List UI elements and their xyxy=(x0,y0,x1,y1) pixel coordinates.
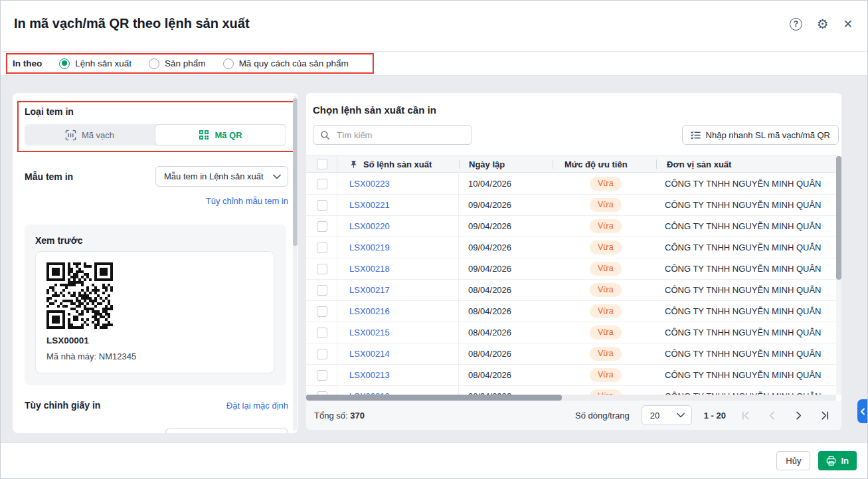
priority-badge: Vừa xyxy=(590,326,622,339)
print-button[interactable]: In xyxy=(818,451,857,470)
row-checkbox[interactable] xyxy=(317,179,327,189)
printer-icon xyxy=(826,456,836,466)
table-footer: Tổng số: 370 Số dòng/trang 20 1 - 20 xyxy=(306,401,841,430)
row-checkbox[interactable] xyxy=(317,200,327,211)
radio-icon[interactable] xyxy=(223,58,234,69)
radio-label: Mã quy cách của sản phẩm xyxy=(239,58,349,68)
row-checkbox[interactable] xyxy=(317,306,327,317)
print-by-radio-2[interactable]: Mã quy cách của sản phẩm xyxy=(223,58,349,69)
close-icon[interactable]: ✕ xyxy=(843,17,853,31)
total-count: Tổng số: 370 xyxy=(314,411,365,421)
toggle-barcode[interactable]: Mã vạch xyxy=(25,124,155,145)
priority-badge: Vừa xyxy=(590,347,622,361)
rows-per-page-select[interactable]: 20 xyxy=(642,405,692,425)
rows-per-page-value: 20 xyxy=(650,411,659,421)
quick-quantity-button[interactable]: Nhập nhanh SL mã vạch/mã QR xyxy=(682,125,839,145)
order-date: 10/04/2026 xyxy=(459,179,552,189)
row-checkbox[interactable] xyxy=(317,328,327,338)
horizontal-scrollbar[interactable] xyxy=(306,395,836,401)
row-checkbox[interactable] xyxy=(317,349,327,359)
priority-badge: Vừa xyxy=(590,304,622,318)
radio-icon[interactable] xyxy=(149,58,159,69)
print-by-highlight-box: In theo Lệnh sản xuấtSản phẩmMã quy cách… xyxy=(6,53,374,74)
collapse-panel-tab[interactable] xyxy=(857,399,867,423)
row-checkbox[interactable] xyxy=(317,370,327,381)
page-title: In mã vạch/mã QR theo lệnh sản xuất xyxy=(14,16,250,31)
table-row: LSX00213 08/04/2026 Vừa CÔNG TY TNHH NGU… xyxy=(306,365,836,386)
row-checkbox[interactable] xyxy=(317,264,327,274)
order-unit: CÔNG TY TNHH NGUYỄN MINH QUÂN xyxy=(655,285,836,295)
table-row: LSX00215 08/04/2026 Vừa CÔNG TY TNHH NGU… xyxy=(306,322,836,343)
column-header-date[interactable]: Ngày lập xyxy=(460,159,553,169)
order-code-link[interactable]: LSX00220 xyxy=(349,221,390,231)
order-date: 08/04/2026 xyxy=(459,370,552,380)
table-row: LSX00220 09/04/2026 Vừa CÔNG TY TNHH NGU… xyxy=(306,216,836,237)
order-date: 09/04/2026 xyxy=(459,264,552,274)
order-unit: CÔNG TY TNHH NGUYỄN MINH QUÂN xyxy=(655,306,836,316)
order-date: 08/04/2026 xyxy=(459,285,552,295)
order-date: 08/04/2026 xyxy=(459,306,552,316)
template-label: Mẫu tem in xyxy=(25,171,73,182)
last-page-button[interactable] xyxy=(818,408,832,423)
order-date: 09/04/2026 xyxy=(459,242,552,252)
print-by-options: Lệnh sản xuấtSản phẩmMã quy cách của sản… xyxy=(59,58,348,69)
total-value: 370 xyxy=(350,411,365,421)
first-page-button[interactable] xyxy=(738,408,752,423)
chevron-down-icon xyxy=(677,413,685,418)
priority-badge: Vừa xyxy=(590,368,622,382)
order-unit: CÔNG TY TNHH NGUYỄN MINH QUÂN xyxy=(655,264,836,274)
customize-template-link[interactable]: Tùy chỉnh mẫu tem in xyxy=(206,196,288,206)
select-all-checkbox[interactable] xyxy=(317,159,327,169)
order-code-link[interactable]: LSX00218 xyxy=(349,264,390,274)
qr-icon xyxy=(199,130,209,140)
table-body: LSX00223 10/04/2026 Vừa CÔNG TY TNHH NGU… xyxy=(306,173,836,395)
order-code-link[interactable]: LSX00215 xyxy=(349,328,390,337)
row-checkbox[interactable] xyxy=(317,285,327,296)
priority-badge: Vừa xyxy=(590,240,622,254)
order-code-link[interactable]: LSX00214 xyxy=(349,349,390,359)
vertical-scrollbar[interactable] xyxy=(836,156,841,395)
next-page-button[interactable] xyxy=(791,408,806,423)
column-header-code[interactable]: Số lệnh sản xuất xyxy=(363,159,432,169)
toggle-qr[interactable]: Mã QR xyxy=(155,124,286,145)
row-checkbox[interactable] xyxy=(317,221,327,232)
order-code-link[interactable]: LSX00219 xyxy=(349,242,390,252)
order-code-link[interactable]: LSX00213 xyxy=(349,370,390,380)
total-label: Tổng số: xyxy=(314,411,348,421)
column-header-unit[interactable]: Đơn vị sản xuất xyxy=(657,159,836,169)
order-code-link[interactable]: LSX00223 xyxy=(349,179,390,189)
preview-label: LSX00001 Mã nhà máy: NM12345 xyxy=(35,251,274,373)
prev-page-button[interactable] xyxy=(764,408,779,423)
order-unit: CÔNG TY TNHH NGUYỄN MINH QUÂN xyxy=(655,349,836,359)
column-header-priority[interactable]: Mức độ ưu tiên xyxy=(553,159,656,169)
cancel-button[interactable]: Hủy xyxy=(776,451,810,470)
reset-default-link[interactable]: Đặt lại mặc định xyxy=(226,401,288,411)
left-panel-scrollbar[interactable] xyxy=(293,96,298,431)
order-code-link[interactable]: LSX00217 xyxy=(349,285,390,295)
help-icon[interactable]: ? xyxy=(790,18,802,31)
dialog-footer: Hủy In xyxy=(1,442,867,478)
chevron-left-icon xyxy=(860,408,865,415)
search-input[interactable] xyxy=(335,130,465,141)
preview-card: Xem trước LSX00001 Mã nhà máy: NM12345 xyxy=(25,225,286,385)
order-code-link[interactable]: LSX00216 xyxy=(349,306,390,316)
priority-badge: Vừa xyxy=(590,177,622,191)
qr-code-image xyxy=(46,262,113,329)
paper-select-partial[interactable] xyxy=(165,429,288,433)
row-checkbox[interactable] xyxy=(317,242,327,253)
order-code-link[interactable]: LSX00221 xyxy=(349,200,390,210)
pin-icon xyxy=(349,160,358,169)
template-select[interactable]: Mẫu tem in Lệnh sản xuất xyxy=(155,166,288,187)
label-type-title: Loại tem in xyxy=(25,106,74,117)
order-date: 09/04/2026 xyxy=(459,200,552,210)
print-dialog: In mã vạch/mã QR theo lệnh sản xuất ? ⚙ … xyxy=(0,0,868,479)
radio-selected-icon[interactable] xyxy=(59,58,70,69)
print-by-radio-1[interactable]: Sản phẩm xyxy=(149,58,206,69)
preview-factory: Mã nhà máy: NM12345 xyxy=(46,351,136,361)
table-row: LSX00221 09/04/2026 Vừa CÔNG TY TNHH NGU… xyxy=(306,195,836,216)
priority-badge: Vừa xyxy=(590,389,622,395)
rows-per-page-label: Số dòng/trang xyxy=(575,411,630,421)
print-by-radio-0[interactable]: Lệnh sản xuất xyxy=(59,58,131,69)
table-row: LSX00217 08/04/2026 Vừa CÔNG TY TNHH NGU… xyxy=(306,280,836,301)
gear-icon[interactable]: ⚙ xyxy=(817,17,829,31)
